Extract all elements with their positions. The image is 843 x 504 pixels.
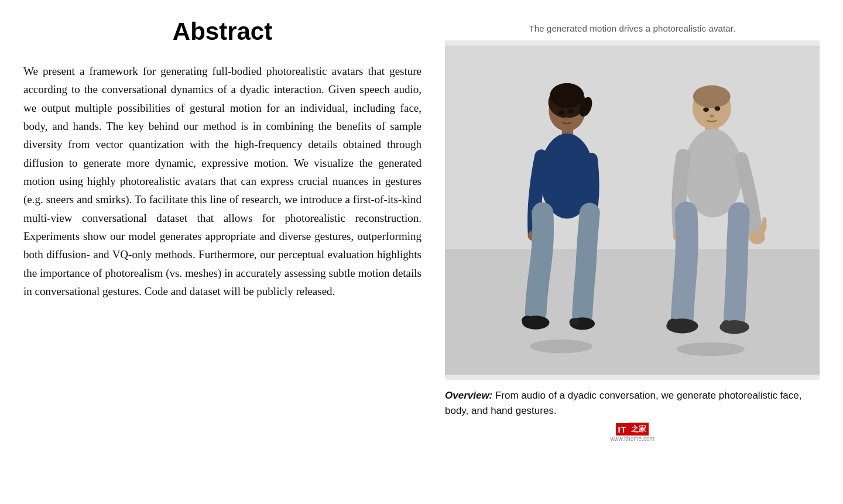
svg-rect-1 <box>445 250 820 375</box>
svg-point-27 <box>721 320 731 330</box>
left-column: Abstract We present a framework for gene… <box>23 18 422 486</box>
svg-point-15 <box>558 110 564 115</box>
abstract-title: Abstract <box>23 18 422 46</box>
svg-point-5 <box>550 83 584 108</box>
right-column: The generated motion drives a photoreali… <box>445 18 820 486</box>
caption-top: The generated motion drives a photoreali… <box>529 23 736 33</box>
svg-point-32 <box>677 342 745 356</box>
watermark-url: www.ithome.com <box>610 436 654 442</box>
watermark-it: IT <box>616 423 629 436</box>
svg-point-14 <box>569 318 579 326</box>
caption-bottom-text: From audio of a dyadic conversation, we … <box>445 390 802 416</box>
watermark-zh: 之家 <box>629 423 649 436</box>
svg-point-30 <box>710 115 714 118</box>
svg-point-28 <box>703 107 709 112</box>
svg-point-31 <box>530 340 592 353</box>
figure-image <box>445 40 820 380</box>
svg-point-25 <box>667 318 678 328</box>
watermark: IT 之家 www.ithome.com <box>610 423 654 442</box>
svg-point-16 <box>568 109 574 114</box>
caption-italic: Overview: <box>445 390 492 401</box>
svg-point-29 <box>715 107 721 111</box>
svg-point-17 <box>565 117 568 119</box>
page-container: Abstract We present a framework for gene… <box>0 0 843 504</box>
caption-bottom: Overview: From audio of a dyadic convers… <box>445 388 820 418</box>
svg-point-12 <box>522 316 533 325</box>
svg-point-19 <box>693 85 731 108</box>
abstract-text: We present a framework for generating fu… <box>23 62 422 300</box>
